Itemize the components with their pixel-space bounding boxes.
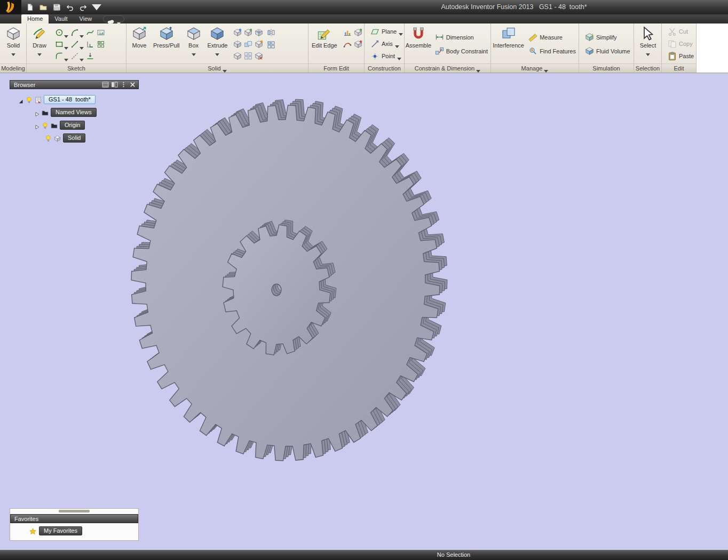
browser-options-button[interactable]	[120, 81, 128, 88]
body-constraint-button[interactable]: Body Constraint	[433, 45, 489, 57]
line-tool[interactable]	[70, 39, 84, 50]
pattern-tool[interactable]	[96, 39, 106, 50]
tree-root-label[interactable]: GS1 - 48 tooth*	[44, 95, 96, 104]
uncrease-tool[interactable]	[353, 39, 363, 50]
group-label-form-edit[interactable]: Form Edit	[308, 64, 364, 73]
group-label-modeling[interactable]: Modeling	[0, 64, 26, 73]
open-file-button[interactable]	[38, 3, 49, 12]
extrude-button[interactable]: Extrude	[206, 24, 230, 52]
chamfer-tool[interactable]	[243, 27, 253, 38]
circle-tool[interactable]	[54, 27, 69, 38]
interference-button[interactable]: Interference	[493, 24, 524, 49]
fillet-tool[interactable]	[54, 51, 69, 61]
group-label-sketch[interactable]: Sketch	[27, 64, 126, 73]
group-label-simulation[interactable]: Simulation	[579, 64, 634, 73]
group-label-manage[interactable]: Manage	[491, 64, 579, 73]
delete-face-tool[interactable]	[254, 51, 264, 61]
fluid-volume-button[interactable]: Fluid Volume	[583, 45, 632, 57]
browser-filter-button[interactable]	[101, 81, 109, 88]
group-label-construction[interactable]: Construction	[365, 64, 404, 73]
tree-item-root[interactable]: GS1 - 48 tooth*	[18, 93, 139, 106]
draw-menu-button[interactable]: Draw	[28, 24, 51, 52]
solid-mode-button[interactable]: Solid	[2, 24, 25, 52]
press-pull-button[interactable]: Press/Pull	[152, 24, 181, 52]
cube-accent-orange-icon	[255, 40, 263, 49]
replace-face-tool[interactable]	[254, 39, 264, 50]
insert-image-tool[interactable]	[96, 27, 106, 38]
project-tool[interactable]	[85, 51, 95, 61]
point-button[interactable]: Point	[369, 50, 405, 62]
arc-tool[interactable]	[70, 27, 84, 38]
browser-header[interactable]: Browser	[10, 80, 139, 89]
redo-button[interactable]	[78, 3, 89, 12]
collapsed-arrow-icon[interactable]	[34, 122, 39, 128]
group-label-edit[interactable]: Edit	[662, 64, 696, 73]
array-tool[interactable]	[266, 40, 276, 50]
paste-button[interactable]: Paste	[666, 50, 695, 62]
expanded-arrow-icon[interactable]	[18, 97, 23, 102]
construction-line-tool[interactable]	[70, 51, 84, 61]
browser-layout-button[interactable]	[110, 81, 118, 88]
list-panel-icon	[101, 81, 109, 88]
group-label-solid[interactable]: Solid	[126, 64, 308, 73]
thicken-tool[interactable]	[233, 51, 242, 61]
rectangle-tool[interactable]	[54, 39, 69, 50]
button-label: Plane	[382, 28, 397, 35]
plane-button[interactable]: Plane	[369, 26, 405, 37]
offset-tool[interactable]	[85, 39, 95, 50]
browser-panel: Browser GS1 - 48 tooth* Named Views Orig…	[10, 80, 139, 144]
save-button[interactable]	[51, 3, 62, 12]
sk-line-icon	[70, 40, 79, 49]
group-label-selection[interactable]: Selection	[634, 64, 661, 73]
mirror-tool[interactable]	[266, 27, 276, 38]
combine-tool[interactable]	[243, 39, 253, 50]
browser-close-button[interactable]	[129, 81, 137, 88]
group-label-constrain[interactable]: Constrain & Dimension	[405, 64, 490, 73]
edit-edge-button[interactable]: Edit Edge	[310, 24, 339, 49]
favorites-header[interactable]: Favorites	[10, 514, 138, 523]
visibility-bulb-icon[interactable]	[45, 135, 52, 141]
crease-tool[interactable]	[353, 27, 363, 38]
tree-item-solid[interactable]: Solid	[45, 131, 139, 144]
assemble-button[interactable]: Assemble	[406, 24, 431, 49]
tree-item-label[interactable]: Named Views	[51, 108, 97, 117]
measure-button[interactable]: Measure	[527, 31, 577, 43]
panel-splitter[interactable]	[59, 510, 90, 512]
visibility-bulb-icon[interactable]	[42, 122, 49, 129]
tab-view[interactable]: View	[74, 14, 98, 23]
axis-button[interactable]: Axis	[369, 38, 405, 50]
sync-menu-button[interactable]	[103, 15, 124, 22]
draw-pencil-icon	[32, 26, 47, 41]
bend-curve-tool[interactable]	[343, 39, 352, 50]
form-stats-tool[interactable]	[343, 27, 352, 38]
visibility-bulb-icon[interactable]	[26, 96, 33, 103]
collapsed-arrow-icon[interactable]	[34, 109, 39, 115]
application-menu-button[interactable]	[0, 0, 21, 14]
tab-vault[interactable]: Vault	[49, 14, 73, 23]
model-canvas[interactable]	[0, 73, 728, 550]
dimension-button[interactable]: Dimension	[433, 31, 489, 43]
find-features-button[interactable]: Find Features	[527, 45, 577, 57]
tree-item-named-views[interactable]: Named Views	[34, 106, 139, 119]
spline-tool[interactable]	[85, 27, 95, 38]
shell-tool[interactable]	[254, 27, 264, 38]
button-label: Find Features	[540, 48, 576, 54]
measure-icon	[528, 33, 537, 42]
simplify-button[interactable]: Simplify	[583, 31, 632, 43]
new-file-button[interactable]	[25, 3, 35, 12]
fillet-edge-tool[interactable]	[233, 27, 242, 38]
undo-button[interactable]	[65, 3, 75, 12]
tab-home[interactable]: Home	[21, 14, 49, 23]
split-body-tool[interactable]	[233, 39, 242, 50]
box-button[interactable]: Box	[183, 24, 205, 52]
tree-item-label[interactable]: Solid	[63, 133, 85, 143]
select-button[interactable]: Select	[637, 24, 659, 52]
tree-item-label[interactable]: Origin	[60, 121, 85, 130]
my-favorites-item[interactable]: My Favorites	[29, 526, 138, 535]
mirror-icon	[267, 28, 275, 37]
tree-item-origin[interactable]: Origin	[34, 119, 139, 131]
pattern-solid-tool[interactable]	[243, 51, 253, 61]
move-button[interactable]: Move	[128, 24, 151, 52]
qat-overflow-button[interactable]	[91, 3, 102, 12]
model-viewport[interactable]	[0, 73, 728, 550]
